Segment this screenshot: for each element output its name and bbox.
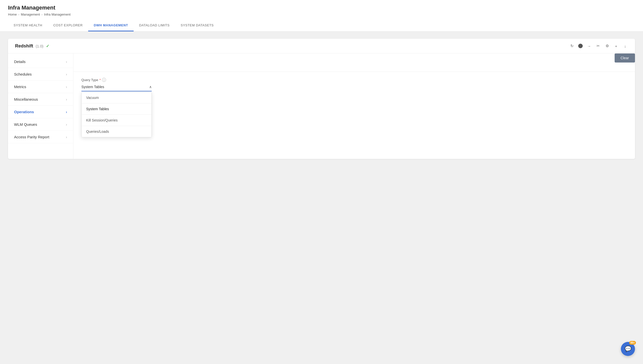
chevron-schedules: › bbox=[66, 72, 67, 76]
info-icon[interactable]: i bbox=[102, 78, 106, 82]
card-title: Redshift (1.0) ✓ bbox=[15, 43, 49, 49]
card-body: Details › Schedules › Metrics › Miscella… bbox=[8, 53, 635, 159]
tab-system-health[interactable]: SYSTEM HEALTH bbox=[8, 20, 48, 31]
scissors-icon[interactable]: ✂ bbox=[595, 43, 601, 49]
main-panel: Clear Query Type * i System Tables ∧ bbox=[73, 53, 635, 159]
sidebar-label-operations: Operations bbox=[14, 110, 34, 114]
chevron-miscellaneous: › bbox=[66, 97, 67, 101]
sidebar-item-access-parity-report[interactable]: Access Parity Report › bbox=[8, 131, 73, 143]
arrow-right-icon[interactable]: → bbox=[586, 43, 592, 49]
sidebar-label-schedules: Schedules bbox=[14, 72, 32, 76]
query-type-section: Query Type * i System Tables ∧ Vacuum Sy… bbox=[81, 78, 627, 91]
chevron-access-parity-report: › bbox=[66, 135, 67, 139]
dropdown-item-system-tables[interactable]: System Tables bbox=[82, 103, 151, 115]
breadcrumb-sep-1: › bbox=[18, 13, 19, 16]
chat-badge: 99+ bbox=[629, 341, 636, 345]
breadcrumb-current: Infra Management bbox=[44, 13, 71, 16]
required-star: * bbox=[99, 78, 101, 82]
chevron-details: › bbox=[66, 60, 67, 64]
chat-bubble[interactable]: 💬 99+ bbox=[621, 342, 635, 356]
card-header: Redshift (1.0) ✓ ↻ → ✂ ⚙ + ↓ bbox=[8, 39, 635, 53]
chat-icon: 💬 bbox=[625, 346, 631, 352]
tab-cost-explorer[interactable]: COST EXPLORER bbox=[48, 20, 88, 31]
card-version: (1.0) bbox=[36, 44, 43, 48]
dropdown-item-queries-loads[interactable]: Queries/Loads bbox=[82, 126, 151, 137]
sidebar-item-operations[interactable]: Operations › bbox=[8, 106, 73, 118]
sidebar-label-miscellaneous: Miscellaneous bbox=[14, 97, 38, 101]
card-actions: ↻ → ✂ ⚙ + ↓ bbox=[569, 43, 628, 49]
circle-icon[interactable] bbox=[578, 44, 583, 48]
sidebar-item-miscellaneous[interactable]: Miscellaneous › bbox=[8, 93, 73, 106]
dropdown-item-kill-session[interactable]: Kill Session/Queries bbox=[82, 115, 151, 126]
sidebar-label-details: Details bbox=[14, 59, 26, 64]
sidebar-item-wlm-queues[interactable]: WLM Queues › bbox=[8, 118, 73, 131]
query-type-label: Query Type * i bbox=[81, 78, 152, 82]
query-type-dropdown-trigger[interactable]: System Tables ∧ bbox=[81, 83, 152, 91]
breadcrumb: Home › Management › Infra Management bbox=[8, 13, 635, 16]
main-card: Redshift (1.0) ✓ ↻ → ✂ ⚙ + ↓ Details › bbox=[8, 39, 635, 159]
dropdown-item-vacuum[interactable]: Vacuum bbox=[82, 92, 151, 103]
query-type-selected: System Tables bbox=[81, 85, 104, 89]
tab-dwh-management[interactable]: DWH MANAGEMENT bbox=[88, 20, 134, 31]
app-header: Infra Management Home › Management › Inf… bbox=[0, 0, 643, 32]
sidebar-label-metrics: Metrics bbox=[14, 85, 26, 89]
nav-tabs: SYSTEM HEALTH COST EXPLORER DWH MANAGEME… bbox=[8, 20, 635, 31]
tab-system-datasets[interactable]: SYSTEM DATASETS bbox=[175, 20, 219, 31]
sidebar: Details › Schedules › Metrics › Miscella… bbox=[8, 53, 73, 159]
check-icon: ✓ bbox=[46, 44, 49, 48]
person-icon[interactable]: ⚙ bbox=[604, 43, 610, 49]
refresh-icon[interactable]: ↻ bbox=[569, 43, 575, 49]
sidebar-label-wlm-queues: WLM Queues bbox=[14, 122, 37, 127]
breadcrumb-sep-2: › bbox=[41, 13, 42, 16]
query-type-label-text: Query Type bbox=[81, 78, 98, 82]
chevron-operations: › bbox=[66, 110, 67, 114]
sidebar-item-metrics[interactable]: Metrics › bbox=[8, 81, 73, 93]
plus-icon[interactable]: + bbox=[613, 43, 619, 49]
chevron-metrics: › bbox=[66, 85, 67, 89]
breadcrumb-management[interactable]: Management bbox=[21, 13, 40, 16]
main-content: Redshift (1.0) ✓ ↻ → ✂ ⚙ + ↓ Details › bbox=[0, 32, 643, 166]
query-type-container: Query Type * i System Tables ∧ Vacuum Sy… bbox=[81, 78, 152, 91]
card-title-text: Redshift bbox=[15, 43, 33, 49]
chevron-up-icon: ∧ bbox=[149, 85, 152, 89]
download-icon[interactable]: ↓ bbox=[622, 43, 628, 49]
app-title: Infra Management bbox=[8, 5, 635, 11]
breadcrumb-home[interactable]: Home bbox=[8, 13, 17, 16]
clear-button[interactable]: Clear bbox=[615, 53, 635, 63]
chevron-wlm-queues: › bbox=[66, 123, 67, 127]
tab-dataload-limits[interactable]: DATALOAD LIMITS bbox=[134, 20, 175, 31]
sidebar-item-details[interactable]: Details › bbox=[8, 55, 73, 68]
query-type-dropdown-menu: Vacuum System Tables Kill Session/Querie… bbox=[81, 92, 152, 137]
sidebar-label-access-parity-report: Access Parity Report bbox=[14, 135, 49, 139]
sidebar-item-schedules[interactable]: Schedules › bbox=[8, 68, 73, 81]
panel-divider bbox=[73, 72, 635, 72]
